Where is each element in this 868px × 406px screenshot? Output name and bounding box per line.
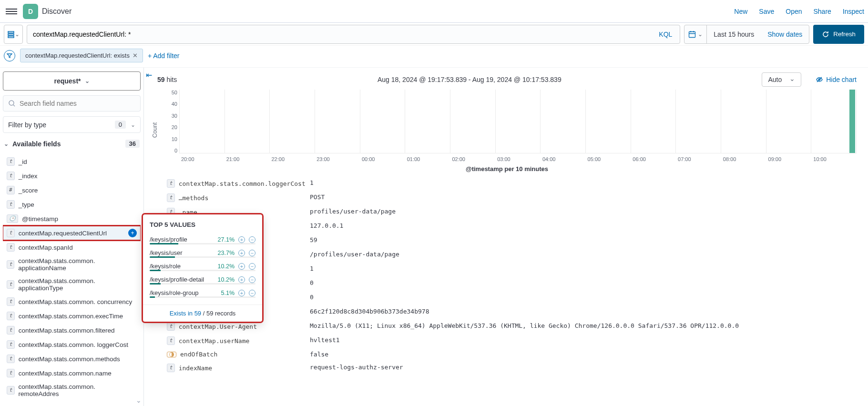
field-type-icon (167, 364, 175, 372)
query-input[interactable] (27, 30, 651, 38)
doc-field-key: endOfBatch (180, 351, 217, 358)
top-value-row: /keysis/profile 27.1% + − (150, 234, 255, 243)
interval-select[interactable]: Auto (762, 72, 801, 87)
field-item[interactable]: contextMap.stats.common.methods (3, 352, 141, 366)
share-link[interactable]: Share (814, 8, 831, 15)
field-search[interactable] (3, 95, 141, 112)
add-filter-link[interactable]: + Add filter (148, 52, 180, 60)
top-value-bar (150, 296, 255, 298)
filter-out-icon[interactable]: − (249, 276, 255, 283)
save-link[interactable]: Save (759, 8, 774, 15)
field-item[interactable]: contextMap.stats.common. loggerCost (3, 337, 141, 352)
field-item[interactable]: contextMap.stats.common.filtered (3, 323, 141, 337)
hamburger-icon[interactable] (4, 7, 19, 16)
field-name: contextMap.stats.common.execTime (19, 313, 123, 320)
filter-out-icon[interactable]: − (249, 250, 255, 256)
field-item[interactable]: contextMap.stats.common.execTime (3, 309, 141, 323)
field-type-icon (167, 322, 175, 331)
add-field-icon[interactable]: + (128, 229, 137, 237)
collapse-sidebar-icon[interactable]: ⇤ (146, 71, 152, 80)
field-item[interactable]: contextMap.spanId (3, 240, 141, 254)
hits-row: 59 hits Aug 18, 2024 @ 19:17:53.839 - Au… (144, 68, 868, 90)
filter-settings-icon[interactable] (4, 50, 15, 61)
inspect-link[interactable]: Inspect (843, 8, 864, 15)
filter-for-icon[interactable]: + (238, 236, 245, 243)
filter-for-icon[interactable]: + (238, 263, 245, 270)
field-item[interactable]: contextMap.stats.common. remoteAddres (3, 380, 141, 400)
svg-point-1 (9, 101, 14, 105)
filter-by-type[interactable]: Filter by type 0 ⌄ (3, 116, 141, 133)
filter-for-icon[interactable]: + (238, 276, 245, 283)
field-item[interactable]: contextMap.stats.common. applicationName (3, 254, 141, 274)
field-sidebar: request* ⌄ Filter by type 0 ⌄ ⌄ Availabl… (0, 68, 144, 406)
field-item[interactable]: contextMap.stats.common.name (3, 366, 141, 380)
scroll-down-icon[interactable]: ⌄ (136, 396, 142, 404)
field-name: @timestamp (22, 215, 58, 223)
topbar: D Discover New Save Open Share Inspect (0, 0, 868, 23)
filter-for-icon[interactable]: + (238, 250, 245, 256)
field-search-input[interactable] (20, 100, 135, 107)
available-fields-header[interactable]: ⌄ Available fields 36 (3, 138, 141, 150)
page-title: Discover (42, 7, 71, 16)
doc-field-key: indexName (179, 365, 212, 372)
saved-queries-icon[interactable]: ⌄ (4, 25, 23, 44)
chart-grid (179, 90, 857, 153)
date-picker[interactable]: ⌄ Last 15 hours Show dates (684, 25, 809, 44)
filter-out-icon[interactable]: − (249, 290, 255, 296)
refresh-button[interactable]: Refresh (813, 25, 864, 44)
histogram-chart[interactable]: Count 50403020100 20:0021:0022:0023:0000… (157, 90, 857, 171)
field-type-icon (7, 340, 15, 349)
svg-rect-0 (689, 31, 695, 37)
filter-out-icon[interactable]: − (249, 236, 255, 243)
doc-field-row: …ssCpuLoad0 (167, 291, 857, 305)
field-type-icon (7, 369, 15, 377)
refresh-icon (822, 30, 829, 38)
field-item[interactable]: contextMap.stats.common. concurrency (3, 294, 141, 309)
top-value-pct: 27.1% (218, 236, 235, 243)
chart-xlabel: @timestamp per 10 minutes (157, 165, 857, 173)
field-name: contextMap.stats.common. applicationType (18, 277, 137, 292)
field-item[interactable]: _type (3, 197, 141, 212)
top-value-bar (150, 243, 255, 244)
field-item[interactable]: contextMap.stats.common.requestID (3, 400, 141, 403)
chart-yticks: 50403020100 (167, 90, 177, 153)
popover-footer: Exists in 59 / 59 records (143, 304, 262, 322)
filter-for-icon[interactable]: + (238, 290, 245, 296)
field-item[interactable]: _index (3, 169, 141, 183)
eye-off-icon (816, 76, 823, 83)
top-value-bar (150, 256, 255, 258)
field-item[interactable]: contextMap.requestedClientUrl+ (3, 226, 141, 240)
doc-field-value: POST (310, 193, 857, 201)
field-item[interactable]: _id (3, 154, 141, 169)
top-value-pct: 5.1% (221, 290, 235, 296)
new-link[interactable]: New (734, 8, 747, 15)
doc-field-row: …remoteAddres127.0.0.1 (167, 219, 857, 233)
app-badge[interactable]: D (23, 4, 38, 19)
filter-pill[interactable]: contextMap.requestedClientUrl: exists ✕ (20, 49, 143, 62)
kql-toggle[interactable]: KQL (651, 30, 680, 38)
field-name: contextMap.stats.common. remoteAddres (19, 383, 137, 397)
field-type-icon (167, 352, 176, 357)
show-dates-link[interactable]: Show dates (761, 30, 809, 38)
field-item[interactable]: _score (3, 183, 141, 197)
field-type-icon (7, 172, 15, 180)
field-item[interactable]: @timestamp (3, 212, 141, 226)
exists-link[interactable]: Exists in 59 (170, 310, 201, 317)
top-value-label: /keysis/profile-detail (150, 276, 214, 283)
doc-field-row: endOfBatchfalse (167, 348, 857, 361)
doc-field-value: 1 (310, 179, 857, 186)
field-type-icon (7, 312, 15, 320)
open-link[interactable]: Open (786, 8, 802, 15)
index-pattern-label: request* (54, 77, 81, 85)
top-value-row: /keysis/user 23.7% + − (150, 247, 255, 256)
field-item[interactable]: contextMap.stats.common. applicationType (3, 274, 141, 294)
doc-field-key: contextMap.stats.common.loggerCost (179, 180, 306, 187)
field-name: _score (19, 187, 38, 194)
filter-remove-icon[interactable]: ✕ (133, 52, 138, 59)
index-pattern-select[interactable]: request* ⌄ (3, 71, 141, 91)
calendar-icon[interactable]: ⌄ (684, 25, 707, 43)
hide-chart-link[interactable]: Hide chart (816, 76, 857, 83)
field-name: contextMap.stats.common. applicationName (18, 257, 137, 272)
filter-out-icon[interactable]: − (249, 263, 255, 270)
top-value-label: /keysis/role (150, 263, 214, 270)
